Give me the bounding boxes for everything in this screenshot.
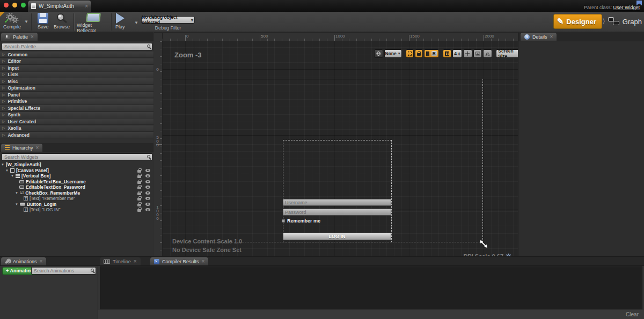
graph-mode-button[interactable]: Graph <box>608 15 642 28</box>
hierarchy-tabbar: Hierarchy × <box>0 143 153 152</box>
visibility-eye-icon[interactable] <box>145 169 150 172</box>
palette-category-user-created[interactable]: ▷User Created <box>0 118 153 125</box>
parent-class-value[interactable]: User Widget <box>613 5 640 10</box>
transform-mode-button[interactable] <box>463 49 472 58</box>
palette-category-synth[interactable]: ▷Synth <box>0 112 153 118</box>
lock-icon[interactable] <box>137 192 141 195</box>
lock-icon[interactable] <box>137 170 141 173</box>
lock-icon[interactable] <box>137 175 141 178</box>
hierarchy-row-checkbox[interactable]: ▼☑ CheckBox_RememberMe <box>0 190 153 196</box>
clear-button[interactable]: Clear <box>626 311 639 317</box>
password-hint-text: Password <box>285 210 306 215</box>
lock-icon[interactable] <box>137 204 141 206</box>
window-zoom-button[interactable] <box>21 3 26 8</box>
remember-me-widget[interactable]: Remember me <box>282 218 320 224</box>
localization-preview-button[interactable] <box>374 49 383 58</box>
timeline-tab-close-icon[interactable]: × <box>134 259 137 264</box>
palette-category-misc[interactable]: ▷Misc <box>0 78 153 85</box>
hierarchy-row-username[interactable]: EditableTextBox_Username <box>0 179 153 184</box>
hierarchy-row-button-login[interactable]: ▼ Button_LogIn <box>0 202 153 207</box>
mirror-preview-button[interactable] <box>483 49 492 58</box>
hierarchy-row-vertical-box[interactable]: ▼ [Vertical Box] <box>0 173 153 179</box>
palette-category-xsolla[interactable]: ▷Xsolla <box>0 125 153 132</box>
visibility-eye-icon[interactable] <box>145 203 150 206</box>
login-button-widget[interactable]: LOG IN <box>283 233 391 240</box>
asset-tab[interactable]: W_SimpleAuth × <box>28 1 91 12</box>
widget-reflector-button[interactable]: Widget Reflector <box>77 13 110 33</box>
resize-handle-icon[interactable] <box>479 240 488 248</box>
hierarchy-row-canvas-panel[interactable]: ▼ [Canvas Panel] <box>0 168 153 173</box>
r-toggle-label[interactable]: R <box>431 51 437 56</box>
palette-category-editor[interactable]: ▷Editor <box>0 58 153 65</box>
palette-category-primitive[interactable]: ▷Primitive <box>0 99 153 105</box>
window-close-button[interactable] <box>4 3 9 8</box>
palette-search-input[interactable] <box>4 43 143 50</box>
lock-widgets-toggle[interactable] <box>415 49 423 58</box>
palette-category-advanced[interactable]: ▷Advanced <box>0 132 153 138</box>
tab-details[interactable]: i Details × <box>521 33 557 41</box>
snap-size-stepper[interactable]: 4 ▲▼ <box>452 49 462 58</box>
designer-mode-button[interactable]: ✎ Designer <box>553 14 602 29</box>
palette-category-common[interactable]: ▷Common <box>0 51 153 58</box>
hierarchy-row-remember-text[interactable]: T [Text] "Remember me" <box>0 196 153 201</box>
palette-category-panel[interactable]: ▷Panel <box>0 92 153 98</box>
tab-palette[interactable]: Palette × <box>1 33 38 41</box>
play-button[interactable]: Play <box>115 13 125 29</box>
stepper-arrows-icon[interactable]: ▲▼ <box>458 51 460 56</box>
tab-timeline[interactable]: Timeline × <box>100 257 141 265</box>
palette-tab-close-icon[interactable]: × <box>31 34 34 40</box>
lock-icon[interactable] <box>137 181 141 184</box>
lock-icon[interactable] <box>137 187 141 189</box>
lock-icon[interactable] <box>137 209 141 212</box>
tab-compiler-results[interactable]: >_ Compiler Results × <box>150 257 208 265</box>
visibility-eye-icon[interactable] <box>145 180 150 183</box>
tab-animations[interactable]: Animations × <box>1 257 46 265</box>
browse-button[interactable]: Browse <box>54 13 70 29</box>
compiler-results-tab-close-icon[interactable]: × <box>202 259 205 264</box>
palette-category-optimization[interactable]: ▷Optimization <box>0 85 153 92</box>
username-textbox-widget[interactable]: Username <box>283 199 391 206</box>
window-minimize-button[interactable] <box>12 3 17 8</box>
password-textbox-widget[interactable]: Password <box>283 209 391 216</box>
lock-icon[interactable] <box>137 198 141 201</box>
hierarchy-search[interactable] <box>2 153 152 161</box>
hierarchy-row-password[interactable]: EditableTextBox_Password <box>0 184 153 190</box>
debug-object-dropdown[interactable]: No debug object selected ▼ <box>141 16 195 24</box>
design-surface[interactable]: Zoom -3 Username Password Remember me LO… <box>163 41 518 256</box>
visibility-eye-icon[interactable] <box>145 208 150 211</box>
dashed-outline-toggle[interactable] <box>406 49 414 58</box>
visibility-eye-icon[interactable] <box>145 174 150 177</box>
visibility-eye-icon[interactable] <box>145 191 150 195</box>
details-tab-close-icon[interactable]: × <box>550 34 553 40</box>
compile-button[interactable]: ✓ Compile <box>3 13 21 29</box>
vertical-box-selection-outline[interactable] <box>283 140 392 242</box>
palette-category-special-effects[interactable]: ▷Special Effects <box>0 105 153 112</box>
tab-hierarchy[interactable]: Hierarchy × <box>1 144 42 152</box>
hierarchy-tab-close-icon[interactable]: × <box>36 145 39 151</box>
play-options-arrow-icon[interactable]: ▼ <box>134 20 138 25</box>
palette-category-input[interactable]: ▷Input <box>0 65 153 71</box>
visibility-eye-icon[interactable] <box>145 197 150 200</box>
palette-category-lists[interactable]: ▷Lists <box>0 72 153 78</box>
preview-background-button[interactable] <box>473 49 482 58</box>
play-icon <box>116 13 125 24</box>
compile-options-arrow-icon[interactable]: ▼ <box>24 19 28 24</box>
hierarchy-row-login-text[interactable]: T [Text] "LOG IN" <box>0 207 153 212</box>
screen-size-dropdown[interactable]: Screen Size▼ <box>496 49 518 58</box>
hierarchy-search-input[interactable] <box>4 154 143 160</box>
respect-locks-toggle[interactable]: R <box>424 49 439 58</box>
palette-search[interactable] <box>2 43 152 50</box>
animations-search-input[interactable] <box>34 268 87 274</box>
hierarchy-row-root[interactable]: ▼[W_SimpleAuth] <box>0 162 153 167</box>
grid-snap-toggle[interactable] <box>443 49 451 58</box>
save-button[interactable]: Save <box>38 13 49 29</box>
animations-tab-label: Animations <box>13 259 37 264</box>
visibility-eye-icon[interactable] <box>145 186 150 189</box>
compiler-results-output[interactable] <box>100 266 642 309</box>
remember-me-checkbox[interactable] <box>282 219 285 222</box>
animations-tab-close-icon[interactable]: × <box>40 259 43 264</box>
palette-tabbar: Palette × <box>0 32 153 41</box>
asset-tab-close-icon[interactable]: × <box>85 4 88 9</box>
flow-direction-dropdown[interactable]: None▼ <box>384 49 402 58</box>
animations-search[interactable] <box>31 267 96 275</box>
